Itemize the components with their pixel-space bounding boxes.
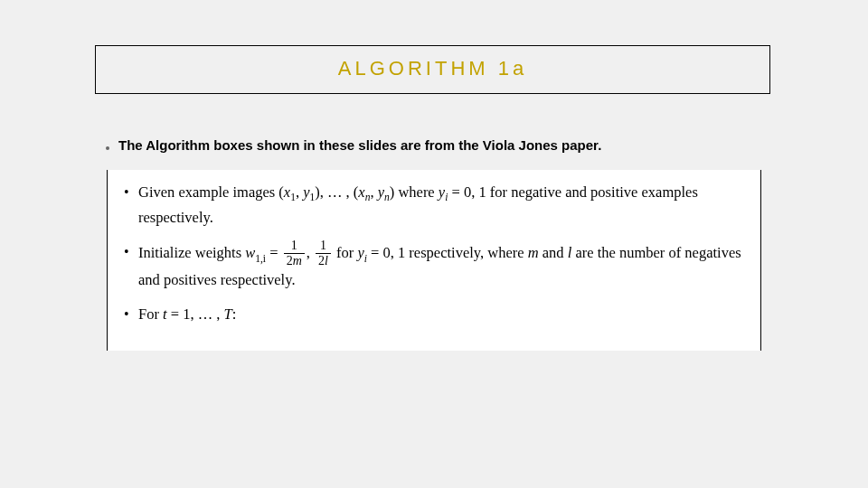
bullet-icon: • bbox=[124, 303, 138, 326]
title-box: ALGORITHM 1a bbox=[95, 45, 770, 94]
bullet-icon: • bbox=[124, 181, 138, 230]
slide-title: ALGORITHM 1a bbox=[96, 57, 769, 80]
algo-text-2: Initialize weights w1,i = 12m, 12l for y… bbox=[138, 240, 744, 292]
bullet-text: The Algorithm boxes shown in these slide… bbox=[118, 137, 601, 153]
algorithm-box: • Given example images (x1, y1), … , (xn… bbox=[107, 170, 761, 351]
algo-text-1: Given example images (x1, y1), … , (xn, … bbox=[138, 181, 744, 230]
bullet-line: The Algorithm boxes shown in these slide… bbox=[106, 137, 601, 153]
algo-text-3: For t = 1, … , T: bbox=[138, 303, 744, 326]
slide: ALGORITHM 1a The Algorithm boxes shown i… bbox=[0, 0, 868, 488]
algo-item-1: • Given example images (x1, y1), … , (xn… bbox=[124, 181, 744, 230]
algo-item-3: • For t = 1, … , T: bbox=[124, 303, 744, 326]
algo-item-2: • Initialize weights w1,i = 12m, 12l for… bbox=[124, 240, 744, 292]
bullet-icon bbox=[106, 146, 109, 150]
bullet-icon: • bbox=[124, 240, 138, 292]
